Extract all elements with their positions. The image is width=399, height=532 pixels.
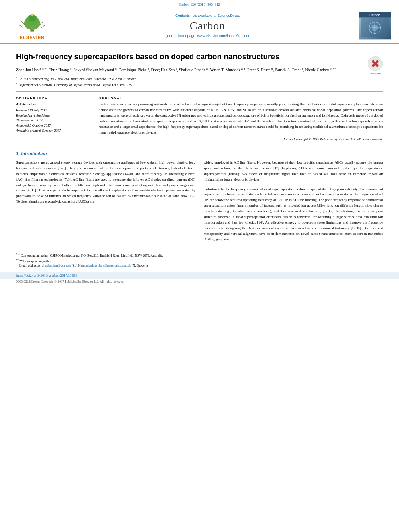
- article-title: High-frequency supercapacitors based on …: [16, 52, 383, 62]
- svg-text:Carbon: Carbon: [369, 13, 380, 17]
- content-divider: [16, 147, 383, 147]
- sciencedirect-line: Contents lists available at ScienceDirec…: [56, 14, 359, 18]
- info-abstract-divider: [16, 91, 383, 92]
- accepted-date: Accepted 5 October 2017: [16, 123, 90, 128]
- journal-cover-image: Carbon: [359, 12, 391, 40]
- article-history: Article history: Received 10 July 2017 R…: [16, 102, 90, 134]
- elsevier-tree-icon: [16, 12, 48, 34]
- email-two[interactable]: nicole.grobert@materials.ox.ac.uk: [86, 264, 131, 267]
- email-two-person: (N. Grobert).: [132, 264, 148, 267]
- intro-two-col: Supercapacitors are advanced energy stor…: [16, 160, 383, 242]
- received-date: Received 10 July 2017: [16, 108, 90, 113]
- copyright-bar: 0008-6223/Crown Copyright © 2017 Publish…: [0, 279, 399, 285]
- available-date: Available online 6 October 2017: [16, 128, 90, 134]
- intro-number: 1.: [16, 151, 20, 156]
- journal-volume-bar: Carbon 126 (2018) 305–312: [0, 0, 399, 8]
- sciencedirect-link[interactable]: ScienceDirect: [218, 14, 240, 18]
- contents-label: Contents lists available at: [175, 14, 216, 18]
- affiliations-block: a CSIRO Manufacturing, P.O. Box 218, Bra…: [16, 76, 383, 87]
- homepage-line: journal homepage: www.elsevier.com/locat…: [56, 34, 359, 38]
- intro-right-col: widely employed in AC line filters. Howe…: [204, 160, 383, 242]
- crossmark-label: CrossMark: [368, 72, 383, 75]
- received-revised-label: Received in revised form: [16, 113, 90, 118]
- article-info-heading: ARTICLE INFO: [16, 96, 90, 99]
- abstract-col: ABSTRACT Carbon nanostructures are promi…: [99, 95, 383, 141]
- svg-line-6: [19, 25, 23, 27]
- intro-title: Introduction: [21, 151, 47, 156]
- intro-left-text: Supercapacitors are advanced energy stor…: [16, 160, 195, 205]
- footnote-emails: E-mail addresses: zhaojun.han@csiro.au (…: [16, 263, 383, 268]
- homepage-url[interactable]: www.elsevier.com/locate/carbon: [197, 34, 249, 38]
- journal-volume-text: Carbon 126 (2018) 305–312: [179, 2, 220, 6]
- email-one-person: (Z.J. Han),: [72, 264, 86, 267]
- journal-cover-svg: Carbon: [359, 12, 391, 40]
- homepage-label: journal homepage:: [166, 34, 196, 38]
- email-label: E-mail addresses:: [19, 264, 41, 267]
- authors-line: Zhao Jun Han a, b, *, Chun Huang b, Seyy…: [16, 67, 383, 73]
- journal-header: ELSEVIER Contents lists available at Sci…: [0, 8, 399, 44]
- abstract-text: Carbon nanostructures are promising mate…: [99, 102, 383, 136]
- footnote-star-one: * * Corresponding author. CSIRO Manufact…: [16, 253, 383, 258]
- received-revised-date: 26 September 2017: [16, 118, 90, 123]
- info-abstract-row: ARTICLE INFO Article history: Received 1…: [16, 95, 383, 141]
- elsevier-logo: ELSEVIER: [8, 12, 56, 40]
- doi-url[interactable]: https://doi.org/10.1016/j.carbon.2017.10…: [16, 273, 77, 277]
- title-row: High-frequency supercapacitors based on …: [16, 52, 383, 62]
- abstract-copyright: Crown Copyright © 2017 Published by Else…: [99, 137, 383, 141]
- svg-point-8: [31, 13, 33, 16]
- intro-left-col: Supercapacitors are advanced energy stor…: [16, 160, 195, 242]
- page: Carbon 126 (2018) 305–312 ELSEVIER: [0, 0, 399, 532]
- intro-right-p2: Unfortunately, the frequency response of…: [204, 187, 383, 242]
- journal-name: Carbon: [56, 19, 359, 32]
- doi-bar[interactable]: https://doi.org/10.1016/j.carbon.2017.10…: [0, 272, 399, 279]
- footnote-star-two: ** ** Corresponding author: [16, 258, 383, 264]
- copyright-text: 0008-6223/Crown Copyright © 2017 Publish…: [16, 280, 124, 283]
- article-info-col: ARTICLE INFO Article history: Received 1…: [16, 95, 90, 141]
- crossmark-badge[interactable]: CrossMark: [368, 56, 383, 75]
- svg-line-7: [41, 25, 45, 27]
- footer-area: * * Corresponding author. CSIRO Manufact…: [0, 250, 399, 285]
- intro-heading: 1. Introduction: [16, 151, 383, 156]
- email-one[interactable]: zhaojun.han@csiro.au: [42, 264, 71, 267]
- article-body: High-frequency supercapacitors based on …: [0, 44, 399, 242]
- history-label: Article history:: [16, 102, 90, 107]
- journal-center: Contents lists available at ScienceDirec…: [56, 14, 359, 38]
- intro-right-p1: widely employed in AC line filters. Howe…: [204, 160, 383, 183]
- elsevier-label: ELSEVIER: [20, 35, 45, 40]
- abstract-heading: ABSTRACT: [99, 96, 383, 99]
- crossmark-icon: [368, 56, 383, 71]
- footnotes-block: * * Corresponding author. CSIRO Manufact…: [16, 250, 383, 271]
